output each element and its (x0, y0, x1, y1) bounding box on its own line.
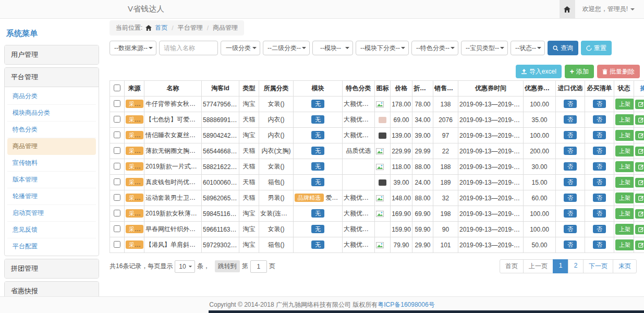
edit-button[interactable] (635, 162, 644, 172)
home-button[interactable] (560, 0, 575, 18)
import-select-toggle[interactable]: 否 (564, 115, 577, 124)
edit-button[interactable] (635, 178, 644, 187)
status-button[interactable]: 上架 (615, 146, 634, 156)
import-select-toggle[interactable]: 否 (564, 209, 577, 218)
import-select-toggle[interactable]: 否 (564, 225, 577, 233)
feature-category-select[interactable]: --特色分类-- (411, 41, 458, 55)
module-none-badge[interactable]: 无 (311, 162, 324, 171)
status-button[interactable]: 上架 (615, 224, 634, 235)
page-button-末页[interactable]: 末页 (613, 259, 637, 273)
edit-button[interactable] (635, 100, 644, 109)
row-checkbox[interactable] (114, 194, 120, 201)
icp-link[interactable]: 粤ICP备16098006号 (378, 300, 434, 309)
breadcrumb-home-link[interactable]: 首页 (155, 23, 167, 32)
batch-delete-button[interactable]: 批量删除 (597, 65, 640, 78)
row-checkbox[interactable] (114, 241, 120, 248)
jump-page-input[interactable] (250, 260, 267, 273)
reset-button[interactable]: 重置 (581, 41, 612, 55)
sidebar-section-platform-mgmt[interactable]: 平台管理 (5, 68, 99, 87)
item-type-select[interactable]: --宝贝类型-- (461, 41, 508, 55)
sidebar-item[interactable]: 轮播管理 (7, 188, 96, 205)
import-excel-button[interactable]: 导入excel (516, 65, 562, 78)
sidebar-item[interactable]: 平台配置 (7, 238, 96, 255)
sales-cell: 2076 (433, 112, 458, 128)
import-select-toggle[interactable]: 否 (564, 162, 577, 171)
status-button[interactable]: 上架 (615, 192, 634, 203)
module-none-badge[interactable]: 无 (311, 100, 324, 108)
status-select[interactable]: --状态-- (511, 41, 545, 55)
status-button[interactable]: 上架 (615, 130, 634, 141)
level2-category-select[interactable]: --二级分类-- (263, 41, 310, 55)
status-button[interactable]: 上架 (615, 161, 634, 172)
status-button[interactable]: 上架 (615, 114, 634, 125)
page-button-1[interactable]: 1 (553, 259, 568, 273)
must-buy-toggle[interactable]: 否 (593, 131, 606, 139)
page-button-2[interactable]: 2 (568, 259, 584, 273)
must-buy-toggle[interactable]: 否 (593, 225, 606, 233)
must-buy-toggle[interactable]: 否 (593, 240, 606, 249)
module-sub-category-select[interactable]: --模块下分类-- (356, 41, 409, 55)
level1-category-select[interactable]: 一级分类 (221, 41, 260, 55)
status-button[interactable]: 上架 (615, 177, 634, 188)
module-none-badge[interactable]: 无 (311, 209, 324, 218)
edit-button[interactable] (635, 115, 644, 125)
sidebar-item[interactable]: 模块商品分类 (7, 105, 96, 122)
per-page-select[interactable]: 10 (175, 260, 195, 273)
row-checkbox[interactable] (114, 147, 120, 154)
sidebar-item[interactable]: 启动页管理 (7, 205, 96, 222)
sidebar-item[interactable]: 商品分类 (7, 88, 96, 105)
import-select-toggle[interactable]: 否 (564, 194, 577, 202)
user-menu[interactable]: 欢迎您，管理员! (575, 5, 644, 14)
module-none-badge[interactable]: 无 (311, 115, 324, 124)
sidebar-item[interactable]: 宣传物料 (7, 155, 96, 172)
must-buy-toggle[interactable]: 否 (593, 178, 606, 186)
edit-button[interactable] (635, 147, 644, 156)
must-buy-toggle[interactable]: 否 (593, 209, 606, 218)
must-buy-toggle[interactable]: 否 (593, 115, 606, 124)
sidebar-item[interactable]: 版本管理 (7, 172, 96, 188)
row-checkbox[interactable] (114, 210, 120, 216)
data-source-select[interactable]: --数据来源-- (110, 41, 156, 55)
status-button[interactable]: 上架 (615, 239, 634, 250)
edit-button[interactable] (635, 194, 644, 203)
sidebar-item[interactable]: 特色分类 (7, 122, 96, 138)
status-button[interactable]: 上架 (615, 99, 634, 110)
edit-button[interactable] (635, 131, 644, 140)
edit-button[interactable] (635, 209, 644, 219)
module-none-badge[interactable]: 无 (311, 131, 324, 139)
sidebar-section-group-buy-mgmt[interactable]: 拼团管理 (5, 259, 99, 278)
module-none-badge[interactable]: 无 (311, 225, 324, 233)
sidebar-item[interactable]: 商品管理 (7, 138, 96, 155)
add-button[interactable]: + 添加 (565, 65, 594, 78)
must-buy-toggle[interactable]: 否 (593, 100, 606, 108)
module-none-badge[interactable]: 无 (311, 178, 324, 186)
select-all-checkbox[interactable] (114, 85, 120, 91)
must-buy-toggle[interactable]: 否 (593, 194, 606, 202)
row-checkbox[interactable] (114, 131, 120, 138)
edit-button[interactable] (635, 225, 644, 234)
module-none-badge[interactable]: 无 (311, 240, 324, 249)
row-checkbox[interactable] (114, 178, 120, 185)
import-select-toggle[interactable]: 否 (564, 100, 577, 108)
module-none-badge[interactable]: 无 (311, 147, 324, 155)
must-buy-toggle[interactable]: 否 (593, 162, 606, 171)
row-checkbox[interactable] (114, 116, 120, 123)
sidebar-section-user-mgmt[interactable]: 用户管理 (5, 45, 99, 64)
import-select-toggle[interactable]: 否 (564, 240, 577, 249)
sidebar-item[interactable]: 意见反馈 (7, 222, 96, 238)
import-select-toggle[interactable]: 否 (564, 147, 577, 155)
row-checkbox[interactable] (114, 225, 120, 232)
edit-button[interactable] (635, 240, 644, 250)
sidebar-section-saving-express[interactable]: 省惠快报 (5, 282, 99, 296)
name-input[interactable] (159, 41, 218, 55)
must-buy-toggle[interactable]: 否 (593, 147, 606, 155)
module-select[interactable]: --模块-- (312, 41, 353, 55)
search-button[interactable]: 查询 (548, 41, 578, 55)
must-buy-cell: 否 (585, 112, 614, 128)
row-checkbox[interactable] (114, 163, 120, 170)
import-select-toggle[interactable]: 否 (564, 178, 577, 186)
row-checkbox[interactable] (114, 100, 120, 107)
page-button-下一页[interactable]: 下一页 (583, 259, 613, 273)
import-select-toggle[interactable]: 否 (564, 131, 577, 139)
status-button[interactable]: 上架 (615, 208, 634, 219)
